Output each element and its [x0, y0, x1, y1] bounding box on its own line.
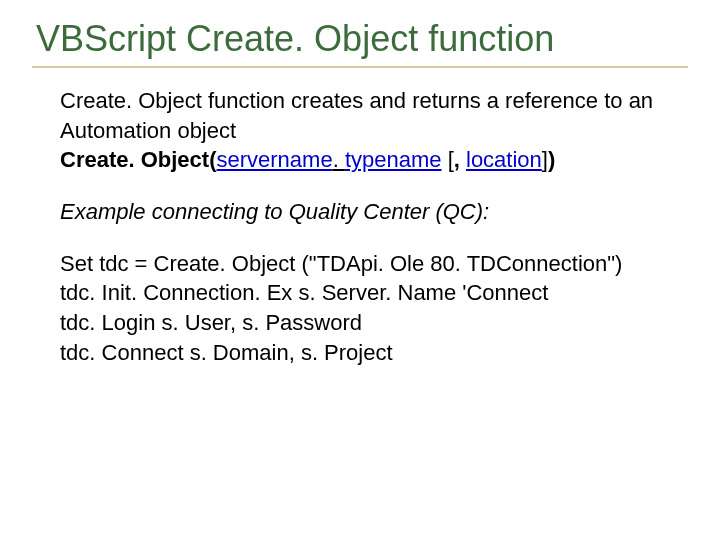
syntax-typename: typename: [345, 147, 442, 172]
code-line-4: tdc. Connect s. Domain, s. Project: [60, 338, 678, 368]
syntax-closeparen: ): [548, 147, 555, 172]
title-divider: VBScript Create. Object function: [32, 18, 688, 68]
syntax-servername: servername: [217, 147, 333, 172]
slide-body: Create. Object function creates and retu…: [32, 86, 688, 368]
syntax-comma: ,: [454, 147, 466, 172]
intro-text: Create. Object function creates and retu…: [60, 88, 653, 143]
syntax-dot: .: [333, 147, 345, 172]
syntax-lead: Create. Object(: [60, 147, 217, 172]
example-heading: Example connecting to Quality Center (QC…: [60, 197, 678, 227]
code-line-3: tdc. Login s. User, s. Password: [60, 308, 678, 338]
syntax-line: Create. Object(servername. typename [, l…: [60, 147, 555, 172]
slide: VBScript Create. Object function Create.…: [0, 0, 720, 540]
code-line-2: tdc. Init. Connection. Ex s. Server. Nam…: [60, 278, 678, 308]
code-block: Set tdc = Create. Object ("TDApi. Ole 80…: [60, 249, 678, 368]
code-line-1: Set tdc = Create. Object ("TDApi. Ole 80…: [60, 249, 678, 279]
slide-title: VBScript Create. Object function: [32, 18, 688, 60]
syntax-location: location: [466, 147, 542, 172]
intro-block: Create. Object function creates and retu…: [60, 86, 678, 175]
